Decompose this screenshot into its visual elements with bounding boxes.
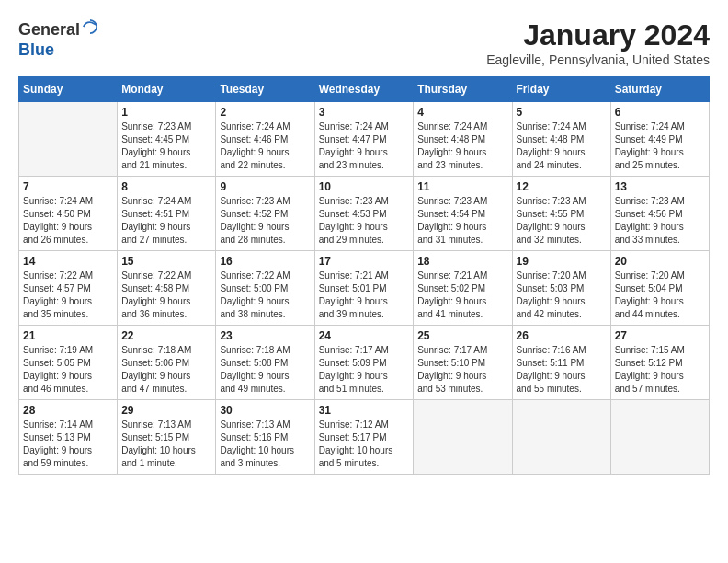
calendar-week-row: 28Sunrise: 7:14 AMSunset: 5:13 PMDayligh… <box>19 400 710 475</box>
title-block: January 2024 Eagleville, Pennsylvania, U… <box>486 18 710 67</box>
day-info: Sunrise: 7:13 AMSunset: 5:16 PMDaylight:… <box>220 419 310 470</box>
day-info: Sunrise: 7:23 AMSunset: 4:54 PMDaylight:… <box>417 195 507 247</box>
day-number: 23 <box>220 329 310 342</box>
calendar-cell: 4Sunrise: 7:24 AMSunset: 4:48 PMDaylight… <box>414 102 512 177</box>
day-number: 5 <box>517 106 607 119</box>
calendar-cell: 26Sunrise: 7:16 AMSunset: 5:11 PMDayligh… <box>512 326 610 400</box>
weekday-header-sunday: Sunday <box>19 77 118 102</box>
calendar-cell: 31Sunrise: 7:12 AMSunset: 5:17 PMDayligh… <box>314 400 414 475</box>
calendar-cell: 20Sunrise: 7:20 AMSunset: 5:04 PMDayligh… <box>610 251 709 326</box>
day-info: Sunrise: 7:13 AMSunset: 5:15 PMDaylight:… <box>121 419 211 470</box>
day-number: 14 <box>23 255 113 268</box>
calendar-cell: 17Sunrise: 7:21 AMSunset: 5:01 PMDayligh… <box>314 251 414 326</box>
calendar-cell: 18Sunrise: 7:21 AMSunset: 5:02 PMDayligh… <box>414 251 512 326</box>
calendar-cell: 19Sunrise: 7:20 AMSunset: 5:03 PMDayligh… <box>512 251 610 326</box>
weekday-header-thursday: Thursday <box>414 77 512 102</box>
calendar-cell <box>19 102 118 177</box>
day-info: Sunrise: 7:23 AMSunset: 4:45 PMDaylight:… <box>121 121 211 172</box>
calendar-cell: 27Sunrise: 7:15 AMSunset: 5:12 PMDayligh… <box>610 326 709 400</box>
day-number: 13 <box>615 180 705 193</box>
day-info: Sunrise: 7:19 AMSunset: 5:05 PMDaylight:… <box>23 344 113 396</box>
day-number: 1 <box>121 106 211 119</box>
day-number: 11 <box>417 180 507 193</box>
calendar-cell: 21Sunrise: 7:19 AMSunset: 5:05 PMDayligh… <box>19 326 118 400</box>
calendar-week-row: 14Sunrise: 7:22 AMSunset: 4:57 PMDayligh… <box>19 251 710 326</box>
day-number: 22 <box>121 329 211 342</box>
day-info: Sunrise: 7:16 AMSunset: 5:11 PMDaylight:… <box>517 344 607 396</box>
calendar-cell <box>610 400 709 475</box>
day-info: Sunrise: 7:21 AMSunset: 5:02 PMDaylight:… <box>417 270 507 321</box>
calendar-week-row: 21Sunrise: 7:19 AMSunset: 5:05 PMDayligh… <box>19 326 710 400</box>
day-number: 8 <box>121 180 211 193</box>
day-number: 10 <box>319 180 410 193</box>
weekday-header-wednesday: Wednesday <box>314 77 414 102</box>
day-info: Sunrise: 7:24 AMSunset: 4:48 PMDaylight:… <box>517 121 607 172</box>
month-title: January 2024 <box>486 18 710 52</box>
calendar-table: SundayMondayTuesdayWednesdayThursdayFrid… <box>18 76 710 475</box>
day-info: Sunrise: 7:14 AMSunset: 5:13 PMDaylight:… <box>23 419 113 470</box>
calendar-cell: 11Sunrise: 7:23 AMSunset: 4:54 PMDayligh… <box>414 177 512 251</box>
calendar-header: SundayMondayTuesdayWednesdayThursdayFrid… <box>19 77 710 102</box>
calendar-cell: 6Sunrise: 7:24 AMSunset: 4:49 PMDaylight… <box>610 102 709 177</box>
day-info: Sunrise: 7:15 AMSunset: 5:12 PMDaylight:… <box>615 344 705 396</box>
day-number: 17 <box>319 255 410 268</box>
location: Eagleville, Pennsylvania, United States <box>486 52 710 67</box>
calendar-cell: 25Sunrise: 7:17 AMSunset: 5:10 PMDayligh… <box>414 326 512 400</box>
day-number: 30 <box>220 404 310 417</box>
logo-general: General <box>18 20 80 39</box>
calendar-cell <box>512 400 610 475</box>
day-info: Sunrise: 7:22 AMSunset: 4:57 PMDaylight:… <box>23 270 113 321</box>
calendar-cell: 30Sunrise: 7:13 AMSunset: 5:16 PMDayligh… <box>216 400 314 475</box>
day-number: 21 <box>23 329 113 342</box>
logo-blue: Blue <box>18 40 54 59</box>
day-info: Sunrise: 7:18 AMSunset: 5:06 PMDaylight:… <box>121 344 211 396</box>
logo: General Blue <box>18 18 98 60</box>
calendar-cell: 14Sunrise: 7:22 AMSunset: 4:57 PMDayligh… <box>19 251 118 326</box>
day-info: Sunrise: 7:20 AMSunset: 5:03 PMDaylight:… <box>517 270 607 321</box>
calendar-cell: 22Sunrise: 7:18 AMSunset: 5:06 PMDayligh… <box>118 326 216 400</box>
calendar-cell: 5Sunrise: 7:24 AMSunset: 4:48 PMDaylight… <box>512 102 610 177</box>
day-number: 2 <box>220 106 310 119</box>
day-number: 19 <box>517 255 607 268</box>
day-info: Sunrise: 7:22 AMSunset: 5:00 PMDaylight:… <box>220 270 310 321</box>
weekday-header-friday: Friday <box>512 77 610 102</box>
day-number: 28 <box>23 404 113 417</box>
day-info: Sunrise: 7:24 AMSunset: 4:46 PMDaylight:… <box>220 121 310 172</box>
weekday-header-monday: Monday <box>118 77 216 102</box>
day-number: 31 <box>319 404 410 417</box>
calendar-week-row: 1Sunrise: 7:23 AMSunset: 4:45 PMDaylight… <box>19 102 710 177</box>
day-number: 25 <box>417 329 507 342</box>
calendar-cell: 29Sunrise: 7:13 AMSunset: 5:15 PMDayligh… <box>118 400 216 475</box>
calendar-cell: 13Sunrise: 7:23 AMSunset: 4:56 PMDayligh… <box>610 177 709 251</box>
day-info: Sunrise: 7:18 AMSunset: 5:08 PMDaylight:… <box>220 344 310 396</box>
logo-bird-icon <box>82 18 98 35</box>
day-number: 6 <box>615 106 705 119</box>
day-number: 27 <box>615 329 705 342</box>
day-info: Sunrise: 7:24 AMSunset: 4:51 PMDaylight:… <box>121 195 211 247</box>
calendar-cell: 2Sunrise: 7:24 AMSunset: 4:46 PMDaylight… <box>216 102 314 177</box>
calendar-cell: 28Sunrise: 7:14 AMSunset: 5:13 PMDayligh… <box>19 400 118 475</box>
calendar-cell: 24Sunrise: 7:17 AMSunset: 5:09 PMDayligh… <box>314 326 414 400</box>
day-info: Sunrise: 7:12 AMSunset: 5:17 PMDaylight:… <box>319 419 410 470</box>
calendar-cell: 1Sunrise: 7:23 AMSunset: 4:45 PMDaylight… <box>118 102 216 177</box>
calendar-cell <box>414 400 512 475</box>
day-info: Sunrise: 7:24 AMSunset: 4:48 PMDaylight:… <box>417 121 507 172</box>
day-info: Sunrise: 7:23 AMSunset: 4:52 PMDaylight:… <box>220 195 310 247</box>
calendar-cell: 16Sunrise: 7:22 AMSunset: 5:00 PMDayligh… <box>216 251 314 326</box>
calendar-cell: 23Sunrise: 7:18 AMSunset: 5:08 PMDayligh… <box>216 326 314 400</box>
day-info: Sunrise: 7:24 AMSunset: 4:49 PMDaylight:… <box>615 121 705 172</box>
day-number: 4 <box>417 106 507 119</box>
day-info: Sunrise: 7:23 AMSunset: 4:55 PMDaylight:… <box>517 195 607 247</box>
calendar-cell: 9Sunrise: 7:23 AMSunset: 4:52 PMDaylight… <box>216 177 314 251</box>
calendar-body: 1Sunrise: 7:23 AMSunset: 4:45 PMDaylight… <box>19 102 710 475</box>
day-number: 29 <box>121 404 211 417</box>
page-header: General Blue January 2024 Eagleville, Pe… <box>18 18 710 67</box>
calendar-cell: 7Sunrise: 7:24 AMSunset: 4:50 PMDaylight… <box>19 177 118 251</box>
day-number: 20 <box>615 255 705 268</box>
day-info: Sunrise: 7:22 AMSunset: 4:58 PMDaylight:… <box>121 270 211 321</box>
day-info: Sunrise: 7:21 AMSunset: 5:01 PMDaylight:… <box>319 270 410 321</box>
calendar-cell: 8Sunrise: 7:24 AMSunset: 4:51 PMDaylight… <box>118 177 216 251</box>
day-number: 3 <box>319 106 410 119</box>
day-info: Sunrise: 7:24 AMSunset: 4:47 PMDaylight:… <box>319 121 410 172</box>
day-number: 7 <box>23 180 113 193</box>
